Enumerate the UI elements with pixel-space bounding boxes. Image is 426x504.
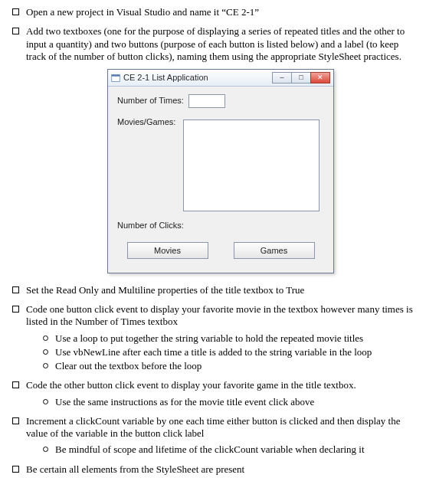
bullet-text: Code one button click event to display y… (26, 303, 413, 327)
instruction-list: Open a new project in Visual Studio and … (11, 6, 415, 476)
times-row: Number of Times: (117, 94, 324, 108)
times-label: Number of Times: (117, 96, 184, 106)
sub-item: Be mindful of scope and lifetime of the … (43, 443, 415, 456)
bullet-item: Increment a clickCount variable by one e… (11, 415, 415, 457)
maximize-button[interactable]: □ (291, 72, 311, 83)
sub-text: Use a loop to put together the string va… (55, 332, 363, 344)
sub-text: Use the same instructions as for the mov… (55, 396, 314, 407)
movies-button[interactable]: Movies (127, 242, 208, 259)
sub-item: Clear out the textbox before the loop (43, 360, 415, 372)
bullet-text: Add two textboxes (one for the purpose o… (26, 25, 405, 62)
bullet-item: Add two textboxes (one for the purpose o… (11, 25, 415, 273)
app-body: Number of Times: Movies/Games: Number of… (108, 87, 333, 273)
maximize-icon: □ (299, 74, 303, 81)
titles-textbox[interactable] (183, 119, 320, 211)
minimize-button[interactable]: – (272, 72, 292, 83)
sub-list: Be mindful of scope and lifetime of the … (43, 443, 415, 456)
sub-list: Use the same instructions as for the mov… (43, 396, 415, 408)
movies-button-label: Movies (154, 246, 181, 255)
button-row: Movies Games (117, 242, 324, 262)
clicks-row: Number of Clicks: (117, 221, 324, 231)
app-window: CE 2-1 List Application – □ ✕ Number of … (107, 69, 334, 273)
games-button-label: Games (261, 246, 287, 255)
bullet-item: Code one button click event to display y… (11, 303, 415, 372)
bullet-text: Be certain all elements from the StyleSh… (26, 463, 244, 475)
sub-text: Be mindful of scope and lifetime of the … (55, 443, 365, 455)
bullet-item: Set the Read Only and Multiline properti… (11, 284, 415, 296)
movies-label: Movies/Games: (117, 117, 175, 128)
times-input[interactable] (188, 94, 225, 108)
games-button[interactable]: Games (234, 242, 315, 259)
app-screenshot: CE 2-1 List Application – □ ✕ Number of … (26, 69, 415, 273)
sub-list: Use a loop to put together the string va… (43, 332, 415, 373)
bullet-text: Increment a clickCount variable by one e… (26, 415, 400, 439)
movies-row: Movies/Games: (117, 117, 324, 211)
sub-item: Use a loop to put together the string va… (43, 332, 415, 345)
app-icon (111, 74, 120, 83)
bullet-text: Code the other button click event to dis… (26, 379, 356, 391)
sub-item: Use the same instructions as for the mov… (43, 396, 415, 408)
titlebar: CE 2-1 List Application – □ ✕ (108, 70, 333, 87)
bullet-item: Code the other button click event to dis… (11, 379, 415, 408)
sub-text: Use vbNewLine after each time a title is… (55, 346, 372, 358)
bullet-text: Open a new project in Visual Studio and … (26, 6, 259, 18)
bullet-item: Be certain all elements from the StyleSh… (11, 463, 415, 476)
minimize-icon: – (280, 74, 283, 81)
sub-item: Use vbNewLine after each time a title is… (43, 346, 415, 358)
window-controls: – □ ✕ (273, 72, 330, 83)
close-icon: ✕ (317, 74, 323, 81)
svg-rect-1 (112, 74, 120, 76)
clicks-label: Number of Clicks: (117, 221, 184, 231)
close-button[interactable]: ✕ (310, 72, 330, 83)
sub-text: Clear out the textbox before the loop (55, 360, 202, 371)
bullet-item: Open a new project in Visual Studio and … (11, 6, 415, 18)
window-title: CE 2-1 List Application (123, 73, 273, 83)
bullet-text: Set the Read Only and Multiline properti… (26, 284, 304, 296)
